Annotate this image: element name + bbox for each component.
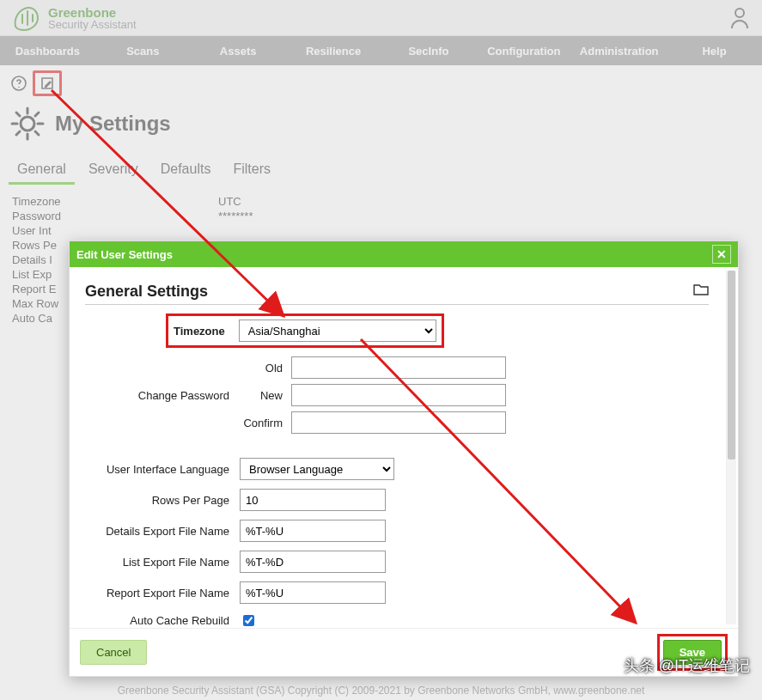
change-password-label: Change Password [85,356,240,434]
list-export-input[interactable] [240,551,386,573]
modal-scrollbar[interactable] [726,271,736,624]
brand-logo-icon [12,4,41,32]
timezone-select[interactable]: Asia/Shanghai [239,320,436,342]
settings-row-password: Password******** [12,210,750,222]
watermark: 头条 @IT运维笔记 [624,655,750,676]
nav-item-dashboards[interactable]: Dashboards [0,36,95,65]
password-confirm-label: Confirm [240,417,291,429]
folder-icon[interactable] [693,283,709,301]
close-icon[interactable]: ✕ [712,245,731,264]
tab-general[interactable]: General [9,156,75,185]
brand-title: Greenbone [48,6,137,19]
password-old-input[interactable] [291,356,506,379]
nav-item-assets[interactable]: Assets [191,36,286,65]
report-export-input[interactable] [240,581,386,604]
rows-per-page-input[interactable] [240,489,386,511]
user-account-icon[interactable] [729,6,750,30]
tab-defaults[interactable]: Defaults [152,156,220,185]
settings-row-timezone: TimezoneUTC [12,195,750,208]
tabs: General Severity Defaults Filters [0,156,762,185]
section-title: General Settings [85,283,709,305]
timezone-label: Timezone [174,325,230,338]
gear-icon [9,105,46,143]
help-icon[interactable] [9,73,29,94]
list-export-label: List Export File Name [85,556,240,569]
toolbar [0,65,762,101]
nav-item-resilience[interactable]: Resilience [286,36,381,65]
tab-severity[interactable]: Severity [80,156,147,185]
svg-point-2 [18,87,20,88]
page-title-row: My Settings [0,101,762,156]
modal-title: Edit User Settings [76,248,173,261]
page-title: My Settings [55,112,171,136]
password-new-input[interactable] [291,384,506,406]
ui-language-select[interactable]: Browser Language [240,458,394,480]
nav-item-administration[interactable]: Administration [571,36,667,65]
edit-user-settings-modal: Edit User Settings ✕ General Settings Ti… [69,240,739,677]
main-nav: Dashboards Scans Assets Resilience SecIn… [0,36,762,65]
details-export-label: Details Export File Name [85,525,240,538]
ui-language-label: User Interface Language [85,463,240,476]
password-confirm-input[interactable] [291,411,506,434]
brand-subtitle: Security Assistant [48,19,137,30]
cancel-button[interactable]: Cancel [80,640,147,665]
nav-item-secinfo[interactable]: SecInfo [381,36,477,65]
scroll-thumb[interactable] [728,271,735,460]
nav-item-configuration[interactable]: Configuration [476,36,571,65]
page-footer: Greenbone Security Assistant (GSA) Copyr… [0,685,762,697]
nav-item-scans[interactable]: Scans [95,36,191,65]
nav-item-help[interactable]: Help [667,36,762,65]
auto-cache-checkbox[interactable] [243,615,254,626]
svg-point-3 [21,117,34,131]
report-export-label: Report Export File Name [85,587,240,600]
annotation-timezone-highlight: Timezone Asia/Shanghai [166,313,444,348]
annotation-edit-highlight [33,70,62,96]
brand: Greenbone Security Assistant [12,4,137,32]
auto-cache-label: Auto Cache Rebuild [85,614,240,627]
app-header: Greenbone Security Assistant [0,0,762,36]
details-export-input[interactable] [240,520,386,542]
password-old-label: Old [240,362,291,374]
tab-filters[interactable]: Filters [224,156,279,185]
rows-per-page-label: Rows Per Page [85,494,240,507]
modal-titlebar: Edit User Settings ✕ [70,241,738,267]
edit-icon[interactable] [37,73,58,94]
svg-point-0 [735,9,744,17]
password-new-label: New [240,389,291,402]
